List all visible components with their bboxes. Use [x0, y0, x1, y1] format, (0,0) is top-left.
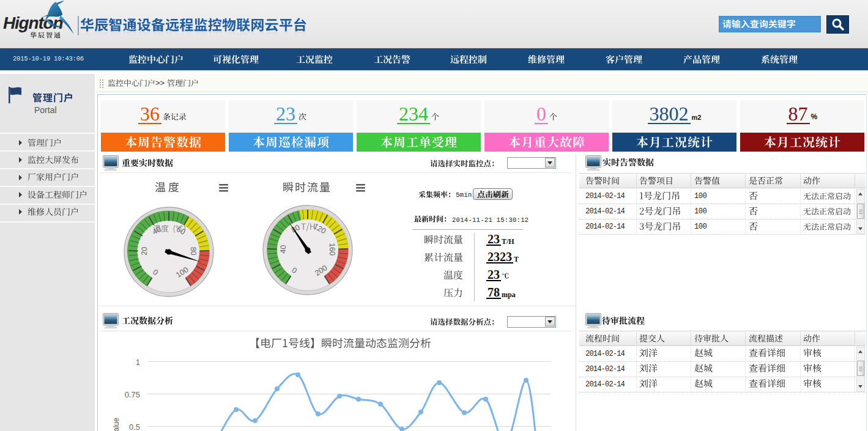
svg-text:value: value — [112, 418, 121, 431]
